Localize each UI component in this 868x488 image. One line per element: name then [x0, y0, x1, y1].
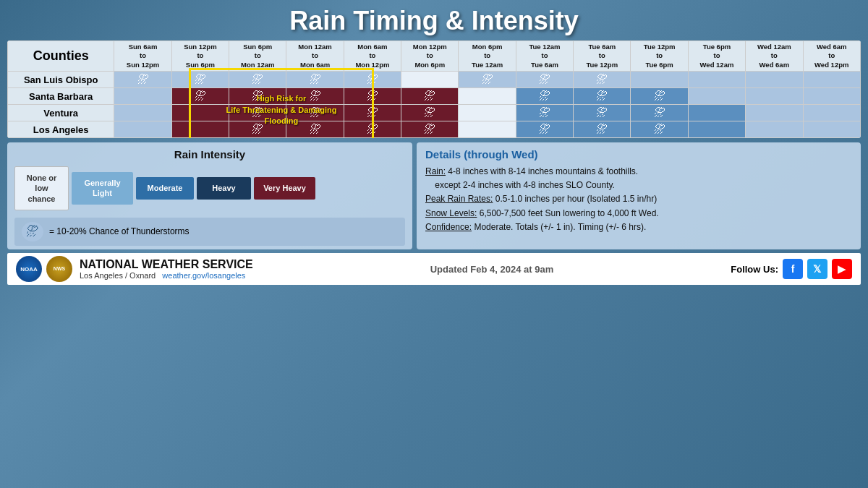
- cell: [746, 105, 803, 121]
- cell: [688, 88, 745, 105]
- county-name: Los Angeles: [8, 121, 114, 138]
- page-title: Rain Timing & Intensity: [7, 6, 861, 36]
- follow-label: Follow Us:: [731, 264, 778, 275]
- table-row: Santa Barbara ⛈ ⛈ ⛈ ⛈ ⛈ ⛈ ⛈ ⛈: [8, 88, 861, 105]
- cell: ⛈: [286, 121, 344, 138]
- cell: ⛈: [516, 72, 573, 88]
- timing-table: Counties Sun 6amtoSun 12pm Sun 12pmtoSun…: [7, 40, 861, 138]
- cell: ⛈: [574, 105, 631, 121]
- nws-text: NATIONAL WEATHER SERVICE Los Angeles / O…: [80, 258, 253, 280]
- cell: ⛈: [229, 88, 286, 105]
- nws-logos: NOAA NWS: [16, 256, 72, 282]
- cell: ⛈: [286, 88, 344, 105]
- col-header-6: Mon 6pmtoTue 12am: [459, 41, 516, 72]
- legend-moderate: Moderate: [136, 177, 194, 199]
- cell: ⛈: [171, 72, 229, 88]
- footer: NOAA NWS NATIONAL WEATHER SERVICE Los An…: [7, 253, 861, 285]
- intensity-panel: Rain Intensity None orlow chance General…: [7, 142, 412, 249]
- table-row: San Luis Obispo ⛈ ⛈ ⛈ ⛈ ⛈ ⛈ ⛈ ⛈: [8, 72, 861, 88]
- cell: ⛈: [286, 72, 344, 88]
- cell: ⛈: [459, 72, 516, 88]
- cell: ⛈: [574, 121, 631, 138]
- cell: [631, 72, 688, 88]
- cell: ⛈: [631, 88, 688, 105]
- cell: [803, 121, 861, 138]
- col-header-5: Mon 12pmtoMon 6pm: [401, 41, 459, 72]
- cell: ⛈: [229, 121, 286, 138]
- detail-prefix-2: Snow Levels:: [425, 208, 477, 218]
- col-header-8: Tue 6amtoTue 12pm: [574, 41, 631, 72]
- cell: [114, 105, 171, 121]
- cell: [459, 121, 516, 138]
- cell: [803, 88, 861, 105]
- details-text: Rain: 4-8 inches with 8-14 inches mounta…: [425, 165, 852, 234]
- county-name: Ventura: [8, 105, 114, 121]
- cell: [114, 121, 171, 138]
- cell: [746, 72, 803, 88]
- cell: ⛈: [516, 88, 573, 105]
- cell: ⛈: [631, 121, 688, 138]
- col-header-0: Sun 6amtoSun 12pm: [114, 41, 171, 72]
- cell: ⛈: [574, 88, 631, 105]
- details-panel: Details (through Wed) Rain: 4-8 inches w…: [417, 142, 861, 249]
- cell: [803, 105, 861, 121]
- intensity-title: Rain Intensity: [14, 148, 405, 160]
- twitter-icon[interactable]: 𝕏: [807, 259, 827, 279]
- thunder-icon: ⛈: [22, 222, 43, 241]
- col-header-1: Sun 12pmtoSun 6pm: [171, 41, 229, 72]
- table-row: Los Angeles ⛈ ⛈ ⛈ ⛈ ⛈ ⛈ ⛈: [8, 121, 861, 138]
- cell: [401, 72, 459, 88]
- col-header-12: Wed 6amtoWed 12pm: [803, 41, 861, 72]
- cell: [746, 121, 803, 138]
- cell: ⛈: [286, 105, 344, 121]
- col-header-7: Tue 12amtoTue 6am: [516, 41, 573, 72]
- facebook-icon[interactable]: f: [783, 259, 803, 279]
- thunder-note-text: = 10-20% Chance of Thunderstorms: [49, 226, 190, 236]
- cell: [114, 88, 171, 105]
- counties-header: Counties: [8, 41, 114, 72]
- detail-prefix-0: Rain:: [425, 166, 446, 176]
- location-text: Los Angeles / Oxnard weather.gov/losange…: [80, 271, 253, 280]
- cell: ⛈: [516, 105, 573, 121]
- details-title: Details (through Wed): [425, 148, 852, 160]
- cell: [171, 121, 229, 138]
- cell: [746, 88, 803, 105]
- cell: [459, 88, 516, 105]
- cell: ⛈: [229, 105, 286, 121]
- website-link[interactable]: weather.gov/losangeles: [162, 271, 245, 280]
- cell: [803, 72, 861, 88]
- cell: ⛈: [344, 72, 401, 88]
- col-header-9: Tue 12pmtoTue 6pm: [631, 41, 688, 72]
- youtube-icon[interactable]: ▶: [832, 259, 852, 279]
- cell: ⛈: [114, 72, 171, 88]
- cell: ⛈: [401, 105, 459, 121]
- col-header-2: Sun 6pmtoMon 12am: [229, 41, 286, 72]
- footer-updated: Updated Feb 4, 2024 at 9am: [430, 264, 554, 275]
- legend-very-heavy: Very Heavy: [254, 177, 315, 199]
- cell: ⛈: [401, 88, 459, 105]
- detail-prefix-3: Confidence:: [425, 222, 472, 232]
- col-header-11: Wed 12amtoWed 6am: [746, 41, 803, 72]
- cell: [688, 105, 745, 121]
- col-header-4: Mon 6amtoMon 12pm: [344, 41, 401, 72]
- cell: ⛈: [344, 88, 401, 105]
- thunder-note: ⛈ = 10-20% Chance of Thunderstorms: [14, 218, 405, 246]
- county-name: San Luis Obispo: [8, 72, 114, 88]
- noaa-logo: NOAA: [16, 256, 42, 282]
- intensity-legend: None orlow chance GenerallyLight Moderat…: [14, 166, 405, 210]
- county-name: Santa Barbara: [8, 88, 114, 105]
- agency-name: NATIONAL WEATHER SERVICE: [80, 258, 253, 271]
- cell: ⛈: [401, 121, 459, 138]
- cell: ⛈: [516, 121, 573, 138]
- cell: [688, 72, 745, 88]
- weather-table-container: High Risk forLife Threatening & Damaging…: [7, 40, 861, 138]
- cell: ⛈: [574, 72, 631, 88]
- cell: ⛈: [171, 88, 229, 105]
- footer-left: NOAA NWS NATIONAL WEATHER SERVICE Los An…: [16, 256, 253, 282]
- cell: [688, 121, 745, 138]
- legend-none: None orlow chance: [14, 166, 69, 210]
- nws-logo: NWS: [46, 256, 72, 282]
- cell: ⛈: [344, 105, 401, 121]
- footer-right: Follow Us: f 𝕏 ▶: [731, 259, 852, 279]
- cell: [171, 105, 229, 121]
